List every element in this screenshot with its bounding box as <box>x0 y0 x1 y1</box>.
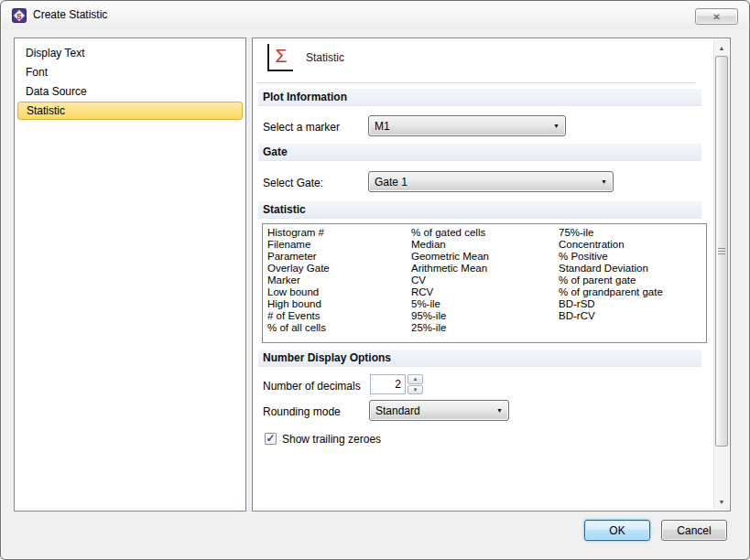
marker-label: Select a marker <box>263 121 340 134</box>
chevron-down-icon: ▼ <box>491 407 508 414</box>
vertical-scrollbar[interactable]: ▲ ▼ <box>713 39 729 510</box>
statistic-column-3: 75%-ileConcentration% PositiveStandard D… <box>559 227 706 342</box>
ok-button[interactable]: OK <box>584 520 650 541</box>
section-plot-information: Plot Information <box>258 89 701 106</box>
statistic-option[interactable]: % of all cells <box>267 322 411 334</box>
spin-down-button[interactable]: ▼ <box>408 385 423 395</box>
spin-up-icon: ▲ <box>413 376 418 382</box>
scroll-up-button[interactable]: ▲ <box>714 40 729 55</box>
decimals-input[interactable]: 2 <box>370 374 406 394</box>
window-title: Create Statistic <box>33 8 107 21</box>
statistic-option[interactable]: 95%-ile <box>411 310 559 322</box>
checkmark-icon: ✓ <box>266 433 275 444</box>
marker-dropdown-value: M1 <box>375 120 390 133</box>
scroll-down-button[interactable]: ▼ <box>714 494 729 509</box>
statistic-sigma-icon: Σ <box>267 44 293 71</box>
close-button[interactable]: ✕ <box>695 8 738 25</box>
statistic-option[interactable]: 5%-ile <box>411 298 559 310</box>
sidebar-item-statistic[interactable]: Statistic <box>17 102 243 120</box>
scrollbar-grip-icon <box>718 248 725 254</box>
gate-dropdown-value: Gate 1 <box>375 176 408 188</box>
chevron-down-icon: ▼ <box>595 178 613 185</box>
statistic-option[interactable]: % of parent gate <box>559 275 706 286</box>
statistic-option[interactable]: Standard Deviation <box>559 263 706 275</box>
statistic-option[interactable]: 25%-ile <box>411 322 559 334</box>
scrollbar-thumb[interactable] <box>715 56 728 447</box>
trailing-zeroes-label: Show trailing zeroes <box>282 433 381 446</box>
statistic-option[interactable]: High bound <box>267 298 411 310</box>
sidebar-item-data-source[interactable]: Data Source <box>15 82 245 102</box>
statistic-option[interactable]: Marker <box>267 275 411 286</box>
statistic-option[interactable]: % of grandparent gate <box>559 286 706 298</box>
statistic-column-1: Histogram #FilenameParameterOverlay Gate… <box>267 227 411 342</box>
statistic-option[interactable]: Geometric Mean <box>411 251 559 263</box>
rounding-dropdown[interactable]: Standard ▼ <box>369 400 509 421</box>
sidebar-item-display-text[interactable]: Display Text <box>15 44 245 63</box>
decimals-label: Number of decimals <box>263 380 361 393</box>
statistic-option[interactable]: # of Events <box>267 310 411 322</box>
spin-up-button[interactable]: ▲ <box>408 374 423 384</box>
svg-text:5: 5 <box>16 11 22 21</box>
statistic-option[interactable]: Low bound <box>267 286 411 298</box>
statistic-option[interactable]: Median <box>411 239 559 251</box>
rounding-label: Rounding mode <box>263 405 341 418</box>
gate-dropdown[interactable]: Gate 1 ▼ <box>368 171 614 192</box>
sidebar-item-font[interactable]: Font <box>15 63 245 82</box>
statistic-option[interactable]: Parameter <box>267 251 411 263</box>
scroll-up-icon: ▲ <box>719 45 725 51</box>
title-bar[interactable]: 5 Create Statistic ✕ <box>2 2 748 29</box>
statistic-option[interactable]: BD-rSD <box>559 298 706 310</box>
scroll-down-icon: ▼ <box>719 499 725 505</box>
statistic-option[interactable]: Histogram # <box>267 227 411 239</box>
marker-dropdown[interactable]: M1 ▼ <box>368 115 566 136</box>
statistic-option[interactable]: 75%-ile <box>559 227 706 239</box>
gate-label: Select Gate: <box>263 177 323 189</box>
statistic-option[interactable]: CV <box>411 275 559 286</box>
spin-down-icon: ▼ <box>413 387 418 393</box>
statistic-column-2: % of gated cellsMedianGeometric MeanArit… <box>411 227 559 342</box>
trailing-zeroes-checkbox[interactable]: ✓ <box>265 433 277 445</box>
statistic-option[interactable]: BD-rCV <box>559 310 706 322</box>
header-divider <box>257 82 695 83</box>
rounding-dropdown-value: Standard <box>375 404 420 417</box>
decimals-stepper: 2 ▲ ▼ <box>370 374 423 394</box>
chevron-down-icon: ▼ <box>548 123 565 129</box>
statistic-option[interactable]: Filename <box>267 239 411 251</box>
app-logo-icon: 5 <box>12 8 27 23</box>
section-number-display-options: Number Display Options <box>258 350 701 367</box>
statistic-option[interactable]: Concentration <box>559 239 706 251</box>
settings-panel: Σ Statistic Plot Information Select a ma… <box>252 38 731 512</box>
create-statistic-dialog: 5 Create Statistic ✕ Display Text Font D… <box>0 0 750 560</box>
cancel-button[interactable]: Cancel <box>661 520 727 541</box>
section-statistic: Statistic <box>258 201 701 219</box>
category-list: Display Text Font Data Source Statistic <box>14 38 246 512</box>
statistic-option[interactable]: Overlay Gate <box>267 263 411 275</box>
close-icon: ✕ <box>712 12 720 22</box>
statistic-option[interactable]: Arithmetic Mean <box>411 263 559 275</box>
statistic-option[interactable]: % of gated cells <box>411 227 559 239</box>
statistic-option[interactable]: % Positive <box>559 251 706 263</box>
statistic-option[interactable]: RCV <box>411 286 559 298</box>
panel-title: Statistic <box>306 51 344 64</box>
section-gate: Gate <box>258 144 701 161</box>
statistic-listbox[interactable]: Histogram #FilenameParameterOverlay Gate… <box>262 223 707 343</box>
